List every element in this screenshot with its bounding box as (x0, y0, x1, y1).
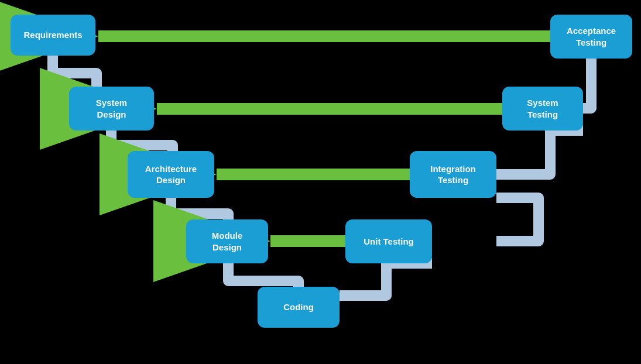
integration-testing-box: IntegrationTesting (410, 151, 496, 198)
system-design-box: SystemDesign (69, 87, 154, 131)
v-model-diagram: Requirements SystemDesign ArchitectureDe… (0, 0, 641, 364)
module-design-box: ModuleDesign (186, 219, 268, 263)
system-testing-box: SystemTesting (502, 87, 583, 131)
architecture-design-box: ArchitectureDesign (128, 151, 214, 198)
acceptance-testing-box: AcceptanceTesting (550, 15, 632, 59)
unit-testing-box: Unit Testing (345, 219, 432, 263)
coding-box: Coding (258, 287, 340, 328)
requirements-box: Requirements (11, 15, 95, 56)
